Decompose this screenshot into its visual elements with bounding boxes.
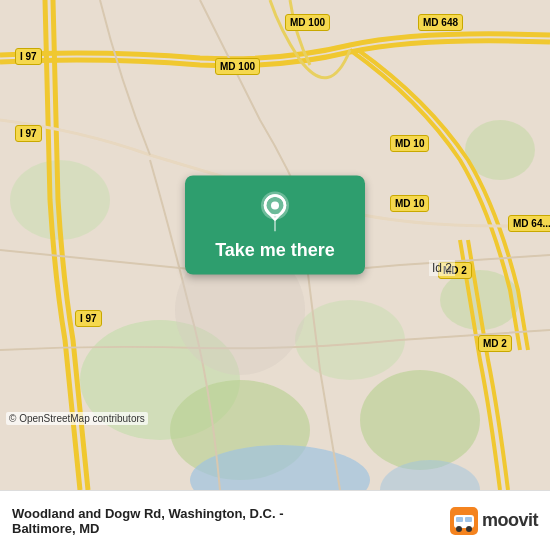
take-me-there-button[interactable]: Take me there <box>185 176 365 275</box>
svg-point-2 <box>360 370 480 470</box>
svg-point-17 <box>466 526 472 532</box>
road-label-md648-right: MD 64... <box>508 215 550 232</box>
svg-point-6 <box>295 300 405 380</box>
road-label-md2-right2: MD 2 <box>478 335 512 352</box>
location-pin-icon <box>257 190 293 232</box>
moovit-text-label: moovit <box>482 510 538 531</box>
road-label-md10-right2: MD 10 <box>390 195 429 212</box>
road-label-md648: MD 648 <box>418 14 463 31</box>
road-label-md100-top: MD 100 <box>285 14 330 31</box>
footer-address-block: Woodland and Dogw Rd, Washington, D.C. -… <box>12 506 284 536</box>
take-me-there-label: Take me there <box>215 240 335 261</box>
road-label-i97-mid: I 97 <box>15 125 42 142</box>
svg-rect-19 <box>465 517 472 522</box>
svg-point-16 <box>456 526 462 532</box>
road-label-i97-bottom: I 97 <box>75 310 102 327</box>
road-label-i97-top: I 97 <box>15 48 42 65</box>
svg-rect-18 <box>456 517 463 522</box>
osm-attribution: © OpenStreetMap contributors <box>6 412 148 425</box>
footer-address: Woodland and Dogw Rd, Washington, D.C. -… <box>12 506 284 536</box>
footer-bar: Woodland and Dogw Rd, Washington, D.C. -… <box>0 490 550 550</box>
svg-point-13 <box>271 202 279 210</box>
road-label-md10-right: MD 10 <box>390 135 429 152</box>
id2-label: Id 2 <box>429 260 455 276</box>
road-label-md100-mid: MD 100 <box>215 58 260 75</box>
map-container: MD 100 MD 648 I 97 MD 100 I 97 MD 10 MD … <box>0 0 550 490</box>
moovit-icon <box>450 507 478 535</box>
moovit-logo-area: moovit <box>450 507 538 535</box>
